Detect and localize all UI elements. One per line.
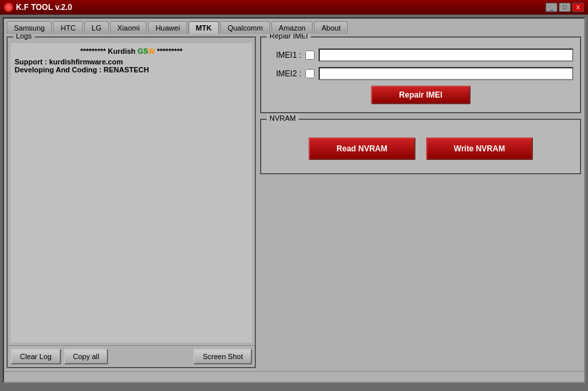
write-nvram-button[interactable]: Write NVRAM bbox=[426, 137, 533, 160]
tab-lg[interactable]: LG bbox=[84, 21, 109, 34]
logs-btn-group-left: Clear Log Copy all bbox=[11, 349, 108, 364]
app-title: K.F TOOL v.2.0 bbox=[16, 3, 72, 12]
minimize-button[interactable]: _ bbox=[546, 3, 557, 12]
status-bar bbox=[4, 371, 584, 382]
right-panel: Repair IMEI IMEI1 : IMEI2 : Repair IMEI … bbox=[260, 37, 581, 368]
logs-panel: Logs ********* Kurdish GSW ********* Sup… bbox=[7, 37, 256, 368]
copy-all-button[interactable]: Copy all bbox=[64, 349, 109, 364]
nvram-group-label: NVRAM bbox=[267, 114, 299, 122]
window-controls: _ □ X bbox=[546, 3, 584, 12]
imei2-label: IMEI2 : bbox=[268, 69, 301, 78]
tab-xiaomi[interactable]: Xiaomi bbox=[110, 21, 147, 34]
logs-content[interactable]: ********* Kurdish GSW ********* Support … bbox=[11, 43, 252, 343]
tab-amazon[interactable]: Amazon bbox=[271, 21, 313, 34]
repair-imei-group: Repair IMEI IMEI1 : IMEI2 : Repair IMEI bbox=[260, 37, 581, 114]
nvram-group: NVRAM Read NVRAM Write NVRAM bbox=[260, 119, 581, 175]
logs-support-line: Support : kurdishfirmware.com bbox=[15, 58, 248, 66]
imei2-input[interactable] bbox=[319, 67, 573, 80]
tab-huawei[interactable]: Huawei bbox=[148, 21, 187, 34]
nvram-buttons: Read NVRAM Write NVRAM bbox=[268, 131, 573, 167]
repair-imei-button[interactable]: Repair IMEI bbox=[371, 86, 470, 104]
main-container: Samsung HTC LG Xiaomi Huawei MTK Qualcom… bbox=[3, 17, 585, 383]
repair-imei-label: Repair IMEI bbox=[267, 34, 311, 40]
star-suffix: ********* bbox=[155, 47, 183, 55]
tab-mtk[interactable]: MTK bbox=[188, 21, 219, 34]
read-nvram-button[interactable]: Read NVRAM bbox=[309, 137, 415, 160]
imei1-input[interactable] bbox=[319, 48, 573, 62]
tab-qualcomm[interactable]: Qualcomm bbox=[220, 21, 270, 34]
imei2-row: IMEI2 : bbox=[268, 67, 573, 80]
imei1-label: IMEI1 : bbox=[268, 50, 301, 60]
gs-text: GS bbox=[137, 47, 148, 55]
imei1-row: IMEI1 : bbox=[268, 48, 573, 62]
tab-bar: Samsung HTC LG Xiaomi Huawei MTK Qualcom… bbox=[4, 19, 584, 34]
screenshot-button[interactable]: Screen Shot bbox=[193, 349, 252, 364]
clear-log-button[interactable]: Clear Log bbox=[11, 349, 61, 364]
title-bar-left: K.F TOOL v.2.0 bbox=[4, 3, 72, 12]
logs-welcome-line: ********* Kurdish GSW ********* bbox=[15, 47, 248, 55]
close-button[interactable]: X bbox=[572, 3, 584, 12]
w-text: W bbox=[148, 47, 155, 55]
logs-group-label: Logs bbox=[13, 34, 35, 40]
app-icon bbox=[4, 3, 13, 12]
imei1-checkbox[interactable] bbox=[305, 50, 315, 60]
tab-htc[interactable]: HTC bbox=[53, 21, 83, 34]
logs-dev-line: Developing And Coding : RENASTECH bbox=[15, 66, 248, 74]
logs-buttons: Clear Log Copy all Screen Shot bbox=[8, 345, 255, 367]
tab-about[interactable]: About bbox=[314, 21, 348, 34]
imei2-checkbox[interactable] bbox=[305, 69, 315, 78]
star-prefix: ********* Kurdish bbox=[80, 47, 137, 55]
content-area: Logs ********* Kurdish GSW ********* Sup… bbox=[4, 34, 584, 371]
restore-button[interactable]: □ bbox=[559, 3, 571, 12]
tab-samsung[interactable]: Samsung bbox=[7, 21, 52, 34]
title-bar: K.F TOOL v.2.0 _ □ X bbox=[0, 0, 588, 15]
